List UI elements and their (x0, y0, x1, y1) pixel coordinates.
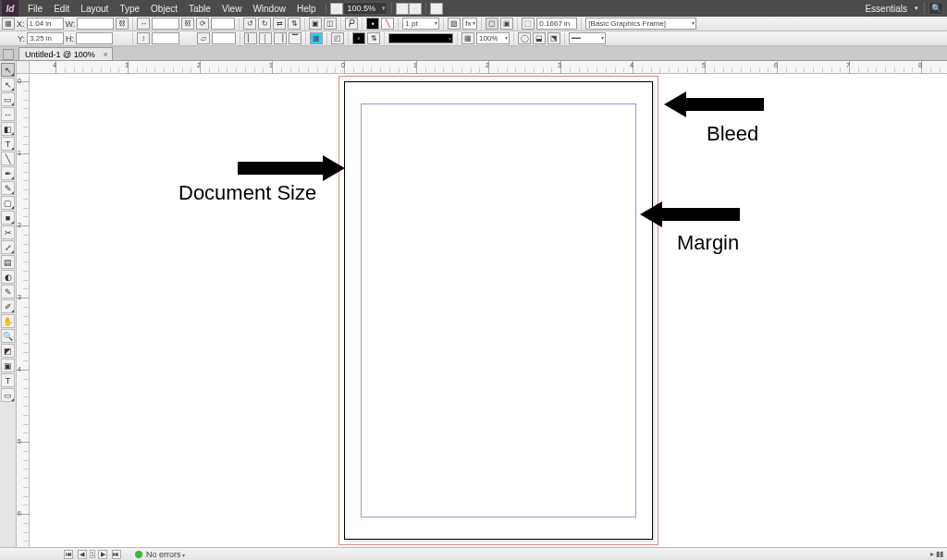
line-tool[interactable]: ╲ (1, 152, 15, 165)
formatting-container[interactable]: T (1, 373, 15, 387)
note-tool[interactable]: ✎ (1, 285, 15, 298)
rectangle-tool[interactable]: ■ (1, 211, 15, 225)
constrain-proportions-icon[interactable]: ⛓ (116, 18, 129, 30)
preflight-status-icon[interactable] (135, 551, 142, 558)
w-field[interactable] (77, 18, 114, 30)
workspace-switcher[interactable]: Essentials (859, 4, 920, 14)
document-tab[interactable]: Untitled-1 @ 100% (18, 47, 113, 60)
gap-tool[interactable]: ↔ (1, 107, 15, 121)
separator (326, 32, 327, 45)
shear-icon[interactable]: ▱ (197, 32, 210, 44)
preflight-status-text[interactable]: No errors (146, 550, 186, 559)
align-hcenter-icon[interactable]: │ (259, 32, 272, 44)
prev-page-button[interactable]: ◀ (78, 550, 87, 559)
zoom-level-field[interactable]: 100.5% (343, 2, 388, 15)
menu-edit[interactable]: Edit (48, 4, 75, 14)
first-page-button[interactable]: ⏮ (64, 550, 73, 559)
object-style-field[interactable]: [Basic Graphics Frame] (585, 18, 696, 30)
constrain-scale-icon[interactable]: ⛓ (181, 18, 194, 30)
search-icon[interactable]: 🔍 (929, 2, 943, 15)
rotate-90-ccw-icon[interactable]: ↺ (243, 18, 256, 30)
screen-mode[interactable]: ▭ (1, 388, 15, 402)
content-collector-tool[interactable]: ◧ (1, 122, 15, 136)
text-wrap-bounding-icon[interactable]: ▣ (500, 18, 513, 30)
frame-fitting-icon[interactable]: ▦ (310, 32, 323, 44)
scale-y-icon[interactable]: ↕ (137, 32, 150, 44)
current-page-field[interactable]: 1 (90, 550, 95, 558)
h-field[interactable] (76, 32, 113, 44)
flip-vertical-icon[interactable]: ⇅ (288, 18, 301, 30)
select-content-icon[interactable]: ◫ (324, 18, 337, 30)
page-tool[interactable]: ▭ (1, 92, 15, 106)
text-wrap-none-icon[interactable]: ▢ (486, 18, 498, 30)
menu-window[interactable]: Window (247, 4, 291, 14)
type-tool[interactable]: T (1, 137, 15, 151)
y-field[interactable]: 3.25 in (27, 32, 64, 44)
fill-stroke-swap[interactable]: ◩ (1, 344, 15, 358)
pen-tool[interactable]: ✒ (1, 166, 15, 180)
stroke-weight-field[interactable]: 1 pt (402, 18, 439, 30)
align-left-icon[interactable]: ▏ (244, 32, 257, 44)
rotate-field[interactable] (211, 18, 235, 30)
scale-y-field[interactable] (152, 32, 179, 44)
view-options-icon[interactable]: ▭ (396, 3, 409, 15)
opacity-field[interactable]: 100% (476, 32, 510, 44)
canvas-area[interactable]: 4321012345678 0123456 Bleed Document Siz… (17, 61, 947, 547)
stroke-swatch[interactable]: ▫ (352, 32, 365, 44)
direct-selection-tool[interactable]: ↖ (1, 78, 15, 91)
open-panels-icon[interactable]: ▸ ▮▮ (930, 550, 943, 558)
corner-options-icon[interactable]: ◰ (331, 32, 344, 44)
flip-horizontal-icon[interactable]: ⇄ (273, 18, 286, 30)
text-wrap-offset-field[interactable]: 0.1667 in (536, 18, 577, 30)
scale-x-icon[interactable]: ↔ (137, 18, 150, 30)
menu-help[interactable]: Help (291, 4, 322, 14)
text-wrap-jump-next-icon[interactable]: ⬔ (547, 32, 560, 44)
ruler-origin[interactable] (17, 61, 30, 74)
arrange-icon[interactable]: ▥ (430, 3, 443, 15)
menu-view[interactable]: View (216, 4, 248, 14)
eyedropper-tool[interactable]: ✐ (1, 299, 15, 313)
horizontal-ruler[interactable]: 4321012345678 (30, 61, 947, 74)
scissors-tool[interactable]: ✂ (1, 225, 15, 239)
default-fill-stroke[interactable]: ▣ (1, 359, 15, 372)
gradient-swatch-tool[interactable]: ▤ (1, 255, 15, 269)
screen-mode-icon[interactable]: ▣ (409, 3, 422, 15)
align-right-icon[interactable]: ▕ (274, 32, 287, 44)
swap-fill-stroke-icon[interactable]: ⇅ (367, 32, 380, 44)
text-wrap-jump-icon[interactable]: ⬓ (533, 32, 546, 44)
text-wrap-offset-icon[interactable]: ⬚ (522, 18, 535, 30)
menu-type[interactable]: Type (114, 4, 145, 14)
opacity-icon[interactable]: ▦ (461, 32, 474, 44)
next-page-button[interactable]: ▶ (98, 550, 107, 559)
selection-tool[interactable]: ↖ (1, 63, 15, 77)
bridge-icon[interactable]: ▦ (330, 3, 343, 15)
menu-layout[interactable]: Layout (75, 4, 114, 14)
rectangle-frame-tool[interactable]: ▢ (1, 196, 15, 210)
menu-object[interactable]: Object (145, 4, 183, 14)
text-wrap-shape-icon[interactable]: ◯ (518, 32, 531, 44)
pencil-tool[interactable]: ✎ (1, 181, 15, 195)
reference-point-proxy[interactable]: ▦ (2, 18, 15, 30)
pasteboard[interactable]: Bleed Document Size Margin (30, 74, 947, 547)
rotate-icon[interactable]: ⟳ (196, 18, 209, 30)
zoom-tool[interactable]: 🔍 (1, 329, 15, 343)
vertical-ruler[interactable]: 0123456 (17, 74, 30, 547)
align-top-icon[interactable]: ▔ (289, 32, 301, 44)
paragraph-style-icon[interactable]: P (345, 18, 358, 30)
none-swatch-icon[interactable]: ╲ (381, 18, 394, 30)
rotate-90-cw-icon[interactable]: ↻ (258, 18, 271, 30)
fx-menu[interactable]: fx (462, 18, 477, 30)
fill-swatch[interactable]: ▪ (366, 18, 379, 30)
gradient-feather-tool[interactable]: ◐ (1, 270, 15, 284)
hand-tool[interactable]: ✋ (1, 314, 15, 328)
stroke-style-select[interactable]: ━━ (569, 32, 606, 44)
menu-file[interactable]: File (22, 4, 48, 14)
last-page-button[interactable]: ⏭ (112, 550, 121, 559)
scale-x-field[interactable] (152, 18, 179, 30)
menu-table[interactable]: Table (183, 4, 216, 14)
select-container-icon[interactable]: ▣ (309, 18, 322, 30)
drop-shadow-icon[interactable]: ▧ (448, 18, 461, 30)
x-field[interactable]: 1.04 in (27, 18, 64, 30)
free-transform-tool[interactable]: ⤢ (1, 240, 15, 254)
shear-field[interactable] (212, 32, 236, 44)
